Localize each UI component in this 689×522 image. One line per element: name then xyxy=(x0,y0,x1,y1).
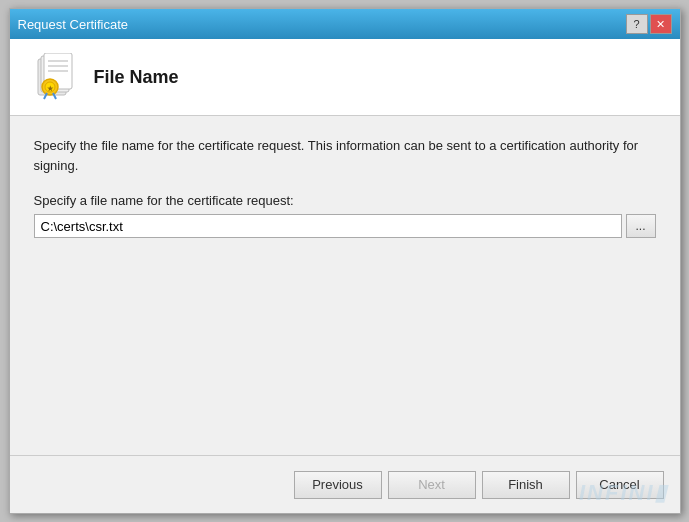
title-bar: Request Certificate ? ✕ xyxy=(10,9,680,39)
help-button[interactable]: ? xyxy=(626,14,648,34)
cancel-button[interactable]: Cancel xyxy=(576,471,664,499)
page-title: File Name xyxy=(94,67,179,88)
file-input-row: ... xyxy=(34,214,656,238)
page-header: ★ File Name xyxy=(10,39,680,116)
content-section: Specify the file name for the certificat… xyxy=(10,116,680,455)
title-bar-controls: ? ✕ xyxy=(626,14,672,34)
description-text: Specify the file name for the certificat… xyxy=(34,136,656,175)
browse-button[interactable]: ... xyxy=(626,214,656,238)
certificate-icon: ★ xyxy=(30,53,78,101)
previous-button[interactable]: Previous xyxy=(294,471,382,499)
file-name-input[interactable] xyxy=(34,214,622,238)
finish-button[interactable]: Finish xyxy=(482,471,570,499)
field-label: Specify a file name for the certificate … xyxy=(34,193,656,208)
svg-text:★: ★ xyxy=(47,85,54,92)
next-button[interactable]: Next xyxy=(388,471,476,499)
close-button[interactable]: ✕ xyxy=(650,14,672,34)
dialog-title: Request Certificate xyxy=(18,17,129,32)
request-certificate-dialog: Request Certificate ? ✕ xyxy=(9,8,681,514)
footer-section: Previous Next Finish Cancel xyxy=(10,455,680,513)
